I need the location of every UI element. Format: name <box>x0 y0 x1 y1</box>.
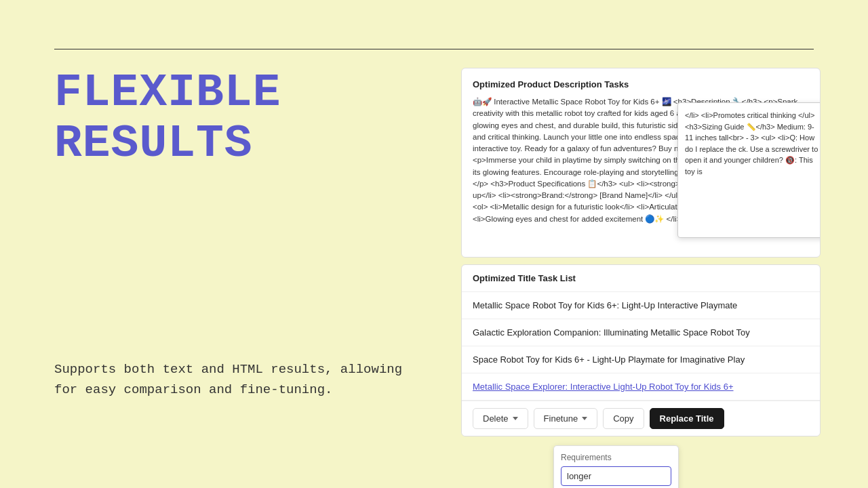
requirements-label: Requirements <box>561 453 671 462</box>
title-task-panel: Optimized Title Task List Metallic Space… <box>461 264 821 436</box>
headline-line2: RESULTS <box>54 119 407 169</box>
title-task-item-1-text: Metallic Space Robot Toy for Kids 6+: Li… <box>473 300 737 310</box>
title-task-item-1[interactable]: Metallic Space Robot Toy for Kids 6+: Li… <box>462 292 820 319</box>
requirements-dropdown: Requirements <box>553 445 679 488</box>
delete-label: Delete <box>483 413 509 424</box>
requirements-input[interactable] <box>561 466 671 486</box>
left-section: FLEXIBLE RESULTS Supports both text and … <box>54 68 407 400</box>
subtext: Supports both text and HTML results, all… <box>54 359 407 401</box>
finetune-label: Finetune <box>544 413 578 424</box>
replace-title-label: Replace Title <box>660 413 714 424</box>
title-task-item-2-text: Galactic Exploration Companion: Illumina… <box>473 327 750 338</box>
overlay-panel: </li> <li>Promotes critical thinking </u… <box>677 102 821 238</box>
copy-button[interactable]: Copy <box>603 408 644 429</box>
title-task-item-4[interactable]: Metallic Space Explorer: Interactive Lig… <box>462 373 820 401</box>
title-task-item-3-text: Space Robot Toy for Kids 6+ - Light-Up P… <box>473 354 745 365</box>
right-section: Optimized Product Description Tasks 🤖🚀 I… <box>461 68 821 474</box>
finetune-button[interactable]: Finetune <box>534 408 598 429</box>
title-task-item-3[interactable]: Space Robot Toy for Kids 6+ - Light-Up P… <box>462 346 820 373</box>
delete-chevron-icon <box>513 417 518 420</box>
product-desc-panel: Optimized Product Description Tasks 🤖🚀 I… <box>461 68 821 258</box>
headline-line1: FLEXIBLE <box>54 68 407 119</box>
title-task-header: Optimized Title Task List <box>462 265 820 292</box>
bottom-toolbar: Delete Finetune Copy Replace Title Requi… <box>462 401 820 436</box>
title-task-item-4-text: Metallic Space Explorer: Interactive Lig… <box>473 382 734 392</box>
title-task-item-2[interactable]: Galactic Exploration Companion: Illumina… <box>462 319 820 346</box>
headline: FLEXIBLE RESULTS <box>54 68 407 169</box>
finetune-chevron-icon <box>582 417 587 420</box>
copy-label: Copy <box>613 413 633 424</box>
product-desc-title: Optimized Product Description Tasks <box>473 79 809 89</box>
replace-title-button[interactable]: Replace Title <box>650 408 724 429</box>
delete-button[interactable]: Delete <box>473 408 528 429</box>
top-divider <box>54 49 814 49</box>
